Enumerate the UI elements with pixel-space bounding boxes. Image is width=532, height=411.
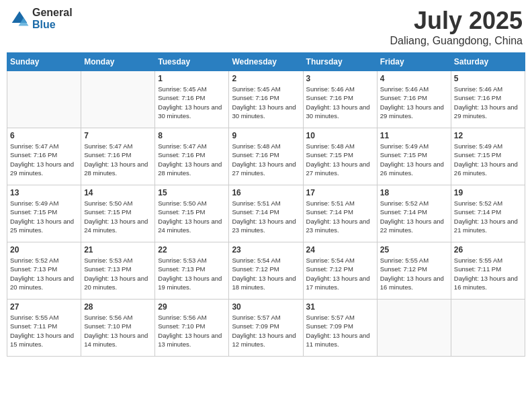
- weekday-header: Tuesday: [155, 53, 229, 71]
- calendar-cell: 31Sunrise: 5:57 AM Sunset: 7:09 PM Dayli…: [303, 300, 377, 357]
- day-number: 21: [84, 245, 152, 255]
- calendar-cell: 3Sunrise: 5:46 AM Sunset: 7:16 PM Daylig…: [303, 71, 377, 128]
- day-info: Sunrise: 5:49 AM Sunset: 7:15 PM Dayligh…: [454, 142, 522, 177]
- calendar-cell: 12Sunrise: 5:49 AM Sunset: 7:15 PM Dayli…: [451, 128, 525, 185]
- logo-icon: [9, 9, 30, 29]
- day-info: Sunrise: 5:56 AM Sunset: 7:10 PM Dayligh…: [84, 313, 152, 349]
- day-info: Sunrise: 5:46 AM Sunset: 7:16 PM Dayligh…: [454, 85, 522, 120]
- day-number: 2: [232, 74, 300, 83]
- day-info: Sunrise: 5:47 AM Sunset: 7:16 PM Dayligh…: [84, 142, 152, 177]
- location-title: Daliang, Guangdong, China: [390, 35, 523, 47]
- day-info: Sunrise: 5:47 AM Sunset: 7:16 PM Dayligh…: [10, 142, 78, 177]
- day-number: 22: [158, 245, 226, 255]
- day-info: Sunrise: 5:52 AM Sunset: 7:14 PM Dayligh…: [454, 199, 522, 234]
- day-number: 25: [380, 245, 448, 255]
- day-number: 18: [380, 188, 448, 197]
- day-info: Sunrise: 5:51 AM Sunset: 7:14 PM Dayligh…: [306, 199, 374, 234]
- day-number: 4: [380, 74, 448, 83]
- calendar-week-row: 27Sunrise: 5:55 AM Sunset: 7:11 PM Dayli…: [7, 300, 525, 357]
- calendar-cell: [451, 300, 525, 357]
- calendar-cell: 29Sunrise: 5:56 AM Sunset: 7:10 PM Dayli…: [155, 300, 229, 357]
- day-info: Sunrise: 5:53 AM Sunset: 7:13 PM Dayligh…: [158, 256, 226, 291]
- calendar-cell: 22Sunrise: 5:53 AM Sunset: 7:13 PM Dayli…: [155, 242, 229, 300]
- day-info: Sunrise: 5:49 AM Sunset: 7:15 PM Dayligh…: [380, 142, 448, 177]
- day-info: Sunrise: 5:56 AM Sunset: 7:10 PM Dayligh…: [158, 313, 226, 349]
- day-number: 17: [306, 188, 374, 197]
- day-info: Sunrise: 5:53 AM Sunset: 7:13 PM Dayligh…: [84, 256, 152, 291]
- day-info: Sunrise: 5:52 AM Sunset: 7:13 PM Dayligh…: [10, 256, 78, 291]
- calendar-cell: 24Sunrise: 5:54 AM Sunset: 7:12 PM Dayli…: [303, 242, 377, 300]
- day-number: 14: [84, 188, 152, 197]
- logo-general: General: [32, 7, 73, 19]
- calendar-cell: 26Sunrise: 5:55 AM Sunset: 7:11 PM Dayli…: [451, 242, 525, 300]
- day-number: 30: [232, 302, 300, 312]
- calendar-cell: 15Sunrise: 5:50 AM Sunset: 7:15 PM Dayli…: [155, 185, 229, 242]
- calendar-cell: 2Sunrise: 5:45 AM Sunset: 7:16 PM Daylig…: [229, 71, 303, 128]
- day-number: 28: [84, 302, 152, 312]
- day-number: 15: [158, 188, 226, 197]
- calendar-cell: 10Sunrise: 5:48 AM Sunset: 7:15 PM Dayli…: [303, 128, 377, 185]
- calendar-cell: 8Sunrise: 5:47 AM Sunset: 7:16 PM Daylig…: [155, 128, 229, 185]
- day-number: 9: [232, 131, 300, 140]
- calendar-cell: 5Sunrise: 5:46 AM Sunset: 7:16 PM Daylig…: [451, 71, 525, 128]
- calendar-cell: 1Sunrise: 5:45 AM Sunset: 7:16 PM Daylig…: [155, 71, 229, 128]
- day-number: 29: [158, 302, 226, 312]
- day-info: Sunrise: 5:47 AM Sunset: 7:16 PM Dayligh…: [158, 142, 226, 177]
- calendar-week-row: 20Sunrise: 5:52 AM Sunset: 7:13 PM Dayli…: [7, 242, 525, 300]
- weekday-header: Friday: [377, 53, 451, 71]
- calendar-cell: 16Sunrise: 5:51 AM Sunset: 7:14 PM Dayli…: [229, 185, 303, 242]
- day-info: Sunrise: 5:50 AM Sunset: 7:15 PM Dayligh…: [84, 199, 152, 234]
- day-number: 1: [158, 74, 226, 83]
- day-number: 27: [10, 302, 78, 312]
- day-info: Sunrise: 5:50 AM Sunset: 7:15 PM Dayligh…: [158, 199, 226, 234]
- logo-blue: Blue: [32, 19, 73, 31]
- day-number: 13: [10, 188, 78, 197]
- calendar-cell: 7Sunrise: 5:47 AM Sunset: 7:16 PM Daylig…: [81, 128, 155, 185]
- weekday-header: Thursday: [303, 53, 377, 71]
- calendar-cell: 17Sunrise: 5:51 AM Sunset: 7:14 PM Dayli…: [303, 185, 377, 242]
- day-info: Sunrise: 5:55 AM Sunset: 7:11 PM Dayligh…: [10, 313, 78, 349]
- calendar-cell: 20Sunrise: 5:52 AM Sunset: 7:13 PM Dayli…: [7, 242, 81, 300]
- calendar-table: SundayMondayTuesdayWednesdayThursdayFrid…: [7, 52, 525, 357]
- calendar-cell: [81, 71, 155, 128]
- day-info: Sunrise: 5:55 AM Sunset: 7:11 PM Dayligh…: [454, 256, 522, 291]
- calendar-week-row: 6Sunrise: 5:47 AM Sunset: 7:16 PM Daylig…: [7, 128, 525, 185]
- day-info: Sunrise: 5:46 AM Sunset: 7:16 PM Dayligh…: [380, 85, 448, 120]
- day-number: 10: [306, 131, 374, 140]
- day-number: 7: [84, 131, 152, 140]
- calendar-cell: 9Sunrise: 5:48 AM Sunset: 7:16 PM Daylig…: [229, 128, 303, 185]
- calendar-cell: 13Sunrise: 5:49 AM Sunset: 7:15 PM Dayli…: [7, 185, 81, 242]
- calendar-cell: 18Sunrise: 5:52 AM Sunset: 7:14 PM Dayli…: [377, 185, 451, 242]
- day-number: 3: [306, 74, 374, 83]
- calendar-cell: [377, 300, 451, 357]
- calendar-cell: 27Sunrise: 5:55 AM Sunset: 7:11 PM Dayli…: [7, 300, 81, 357]
- day-info: Sunrise: 5:48 AM Sunset: 7:16 PM Dayligh…: [232, 142, 300, 177]
- day-number: 5: [454, 74, 522, 83]
- calendar-cell: 23Sunrise: 5:54 AM Sunset: 7:12 PM Dayli…: [229, 242, 303, 300]
- calendar-week-row: 13Sunrise: 5:49 AM Sunset: 7:15 PM Dayli…: [7, 185, 525, 242]
- day-number: 24: [306, 245, 374, 255]
- day-number: 31: [306, 302, 374, 312]
- calendar-cell: 11Sunrise: 5:49 AM Sunset: 7:15 PM Dayli…: [377, 128, 451, 185]
- weekday-header: Sunday: [7, 53, 81, 71]
- calendar-cell: 28Sunrise: 5:56 AM Sunset: 7:10 PM Dayli…: [81, 300, 155, 357]
- day-info: Sunrise: 5:48 AM Sunset: 7:15 PM Dayligh…: [306, 142, 374, 177]
- day-info: Sunrise: 5:45 AM Sunset: 7:16 PM Dayligh…: [158, 85, 226, 120]
- weekday-header: Monday: [81, 53, 155, 71]
- day-number: 20: [10, 245, 78, 255]
- calendar-cell: 30Sunrise: 5:57 AM Sunset: 7:09 PM Dayli…: [229, 300, 303, 357]
- day-info: Sunrise: 5:52 AM Sunset: 7:14 PM Dayligh…: [380, 199, 448, 234]
- day-info: Sunrise: 5:46 AM Sunset: 7:16 PM Dayligh…: [306, 85, 374, 120]
- calendar-cell: 14Sunrise: 5:50 AM Sunset: 7:15 PM Dayli…: [81, 185, 155, 242]
- calendar-cell: 19Sunrise: 5:52 AM Sunset: 7:14 PM Dayli…: [451, 185, 525, 242]
- day-number: 19: [454, 188, 522, 197]
- calendar-cell: [7, 71, 81, 128]
- day-info: Sunrise: 5:54 AM Sunset: 7:12 PM Dayligh…: [232, 256, 300, 291]
- calendar-cell: 21Sunrise: 5:53 AM Sunset: 7:13 PM Dayli…: [81, 242, 155, 300]
- day-info: Sunrise: 5:57 AM Sunset: 7:09 PM Dayligh…: [306, 313, 374, 349]
- page-header: General Blue July 2025 Daliang, Guangdon…: [7, 7, 525, 47]
- day-number: 16: [232, 188, 300, 197]
- calendar-cell: 25Sunrise: 5:55 AM Sunset: 7:12 PM Dayli…: [377, 242, 451, 300]
- day-info: Sunrise: 5:45 AM Sunset: 7:16 PM Dayligh…: [232, 85, 300, 120]
- day-number: 6: [10, 131, 78, 140]
